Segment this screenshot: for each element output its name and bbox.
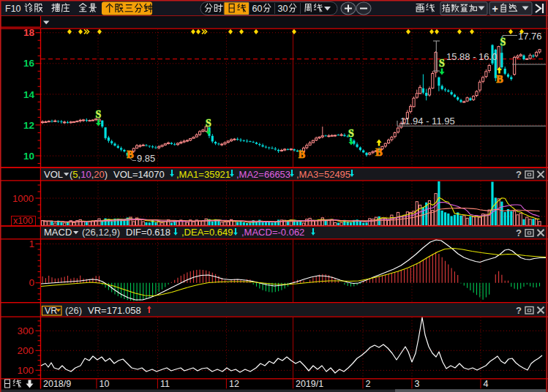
svg-text:+: +	[492, 3, 498, 15]
svg-text:2: 2	[366, 379, 371, 389]
svg-text:30: 30	[278, 4, 288, 14]
svg-text:?: ?	[516, 305, 522, 316]
svg-text:S: S	[206, 118, 211, 129]
svg-text:1: 1	[29, 238, 34, 249]
svg-text:300: 300	[17, 325, 34, 336]
svg-text:2019/1: 2019/1	[296, 379, 323, 389]
svg-text:(5,10,20): (5,10,20)	[70, 169, 108, 180]
svg-text:B: B	[375, 147, 382, 158]
svg-text:,MA2=66653: ,MA2=66653	[236, 169, 290, 180]
svg-text:(26): (26)	[65, 305, 82, 316]
svg-text:S: S	[439, 58, 445, 69]
svg-text:B: B	[496, 74, 503, 85]
svg-text:200: 200	[17, 345, 34, 356]
svg-text:14: 14	[23, 89, 35, 100]
svg-text:?: ?	[516, 227, 522, 238]
svg-text:0: 0	[29, 277, 34, 288]
svg-text:?: ?	[516, 169, 522, 180]
svg-text:B: B	[127, 149, 133, 160]
svg-text:VR: VR	[45, 306, 57, 316]
svg-text:,MA3=52495: ,MA3=52495	[296, 169, 350, 180]
svg-text:10: 10	[23, 151, 34, 162]
svg-text:1000: 1000	[12, 193, 34, 204]
svg-text:9.85: 9.85	[137, 153, 155, 164]
svg-text:MACD: MACD	[44, 227, 72, 238]
svg-text:12: 12	[23, 120, 34, 131]
svg-text:x100: x100	[13, 216, 33, 226]
svg-text:60: 60	[252, 4, 263, 14]
svg-text:2018/9: 2018/9	[43, 379, 71, 389]
svg-text:B: B	[299, 149, 305, 160]
svg-text:10: 10	[100, 379, 110, 389]
svg-text:18: 18	[23, 27, 35, 38]
svg-text:,DEA=0.649: ,DEA=0.649	[181, 227, 233, 238]
svg-text:VR=171.058: VR=171.058	[88, 305, 141, 316]
svg-text:11: 11	[160, 379, 170, 389]
svg-text:S: S	[348, 128, 354, 139]
svg-text:DIF=0.618: DIF=0.618	[126, 227, 170, 238]
svg-text:VOL: VOL	[44, 169, 63, 180]
svg-text:15.88 - 16.0: 15.88 - 16.0	[446, 51, 497, 62]
svg-text:17.76: 17.76	[518, 31, 542, 42]
svg-text:11.94 - 11.95: 11.94 - 11.95	[400, 116, 455, 127]
svg-text:12: 12	[229, 379, 239, 389]
svg-text:S: S	[96, 109, 102, 120]
svg-text:100: 100	[17, 365, 34, 376]
svg-text:(26,12,9): (26,12,9)	[82, 227, 120, 238]
svg-text:4: 4	[484, 379, 489, 389]
svg-text:VOL=14070: VOL=14070	[113, 169, 165, 180]
svg-text:3: 3	[415, 379, 420, 389]
svg-text:16: 16	[23, 58, 35, 69]
svg-text:,MA1=35921: ,MA1=35921	[176, 169, 230, 180]
svg-text:F10: F10	[5, 4, 21, 14]
svg-text:,MACD=-0.062: ,MACD=-0.062	[241, 227, 304, 238]
svg-text:S: S	[500, 37, 506, 48]
